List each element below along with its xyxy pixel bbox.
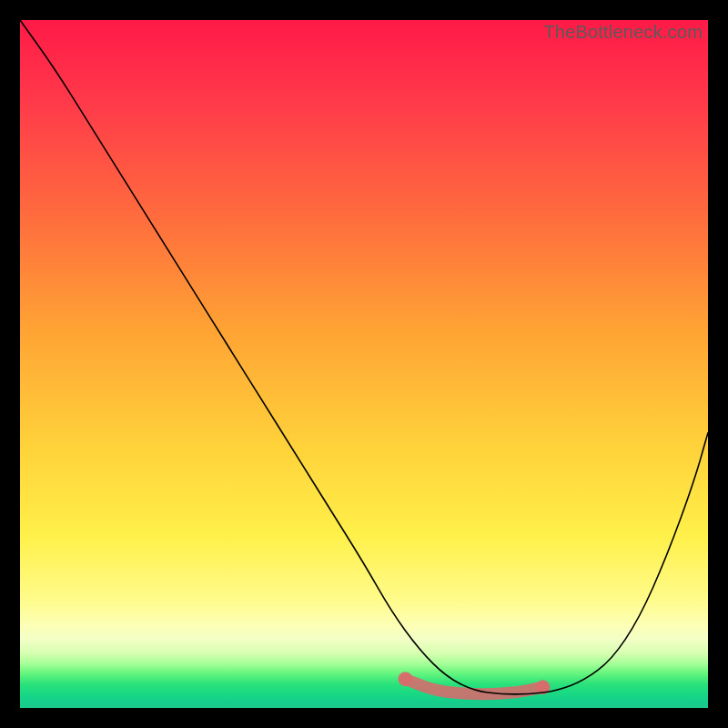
bottleneck-curve [20, 20, 708, 694]
sweet-spot-dot-left [398, 672, 412, 686]
plot-area: TheBottleneck.com [20, 20, 708, 708]
bottleneck-curve-svg [20, 20, 708, 708]
sweet-spot-underline [405, 679, 542, 693]
chart-container: TheBottleneck.com [0, 0, 728, 728]
